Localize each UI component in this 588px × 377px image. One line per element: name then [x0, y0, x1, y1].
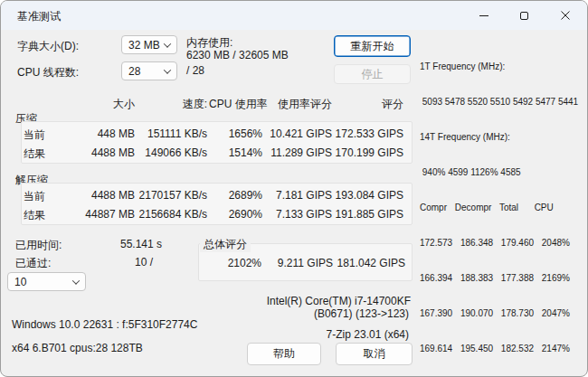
cpu-threads-value: 28 — [128, 65, 140, 78]
header-rating: 评分 — [334, 97, 403, 112]
total-cpu-usage: 2102% — [207, 257, 261, 269]
compression-current-speed: 151111 KB/s — [137, 127, 207, 140]
dictionary-size-select[interactable]: 32 MB — [121, 35, 177, 54]
chevron-down-icon — [72, 277, 80, 284]
chevron-down-icon — [164, 66, 171, 73]
app-version-text: 7-Zip 23.01 (x64) — [327, 328, 409, 341]
cpu-info-line: 169.614 195.450 182.532 2147% — [420, 343, 584, 354]
cpu-info-panel: 1T Frequency (MHz): 5093 5478 5520 5510 … — [420, 37, 584, 377]
compression-current-size: 448 MB — [55, 127, 135, 140]
minimize-icon — [479, 15, 488, 16]
titlebar: 基准测试 — [1, 1, 587, 30]
decompression-current-label: 当前 — [24, 189, 45, 204]
close-button[interactable] — [545, 2, 585, 29]
decompression-current-cpu: 2689% — [209, 189, 262, 202]
decompression-current-rating-usage: 7.181 GIPS — [264, 189, 332, 202]
elapsed-time-value: 55.141 s — [90, 238, 162, 250]
decompression-current-size: 4488 MB — [55, 189, 135, 202]
compression-result-speed: 149066 KB/s — [137, 146, 207, 159]
close-icon — [561, 11, 570, 20]
stop-button[interactable]: 停止 — [334, 64, 411, 84]
cpu-revision-text: (B0671) (123->123) — [314, 307, 409, 320]
cpu-threads-total: / 28 — [186, 64, 204, 77]
benchmark-dialog: 基准测试 字典大小(D): 32 MB 内存使用: 6230 MB / 3260… — [0, 0, 588, 377]
cpu-threads-label: CPU 线程数: — [17, 65, 79, 80]
cpu-info-line: 1T Frequency (MHz): — [420, 61, 584, 72]
compression-result-rating-usage: 11.289 GIPS — [264, 146, 332, 159]
cpu-info-line: 166.394 188.383 177.388 2169% — [420, 272, 584, 284]
compression-result-cpu: 1514% — [209, 146, 262, 159]
os-version-text: Windows 10.0 22631 : f:5F310F2774C — [12, 318, 197, 331]
total-rating-value: 181.042 GIPS — [333, 257, 405, 269]
passes-count-select[interactable]: 10 — [7, 272, 86, 291]
help-button[interactable]: 帮助 — [247, 343, 321, 365]
total-rating-usage: 9.211 GIPS — [261, 257, 333, 269]
decompression-result-label: 结果 — [24, 208, 45, 223]
decompression-result-cpu: 2690% — [209, 208, 262, 221]
total-rating-label: 总体评分 — [200, 237, 251, 252]
decompression-result-speed: 2156684 KB/s — [137, 208, 207, 221]
restart-button[interactable]: 重新开始 — [334, 35, 411, 57]
compression-current-rating: 172.533 GIPS — [334, 127, 403, 140]
decompression-result-rating: 191.885 GIPS — [334, 208, 403, 221]
cpu-info-line: 167.390 190.070 178.730 2047% — [420, 307, 584, 319]
cancel-button[interactable]: 取消 — [336, 343, 413, 365]
decompression-current-rating: 193.084 GIPS — [334, 189, 403, 202]
elapsed-time-label: 已用时间: — [15, 238, 62, 253]
arch-info-text: x64 6.B701 cpus:28 128TB — [12, 342, 143, 354]
header-cpu-usage: CPU 使用率 — [209, 97, 262, 112]
compression-current-cpu: 1656% — [209, 127, 262, 140]
dictionary-size-value: 32 MB — [128, 39, 160, 52]
header-rating-usage: 使用率评分 — [264, 97, 332, 112]
maximize-button[interactable] — [504, 2, 545, 29]
maximize-icon — [520, 12, 528, 20]
compression-result-label: 结果 — [24, 146, 45, 162]
cpu-threads-select[interactable]: 28 — [121, 61, 177, 80]
memory-usage-value: 6230 MB / 32605 MB — [186, 49, 289, 61]
chevron-down-icon — [164, 40, 171, 47]
header-speed: 速度: — [137, 97, 207, 112]
decompression-current-speed: 2170157 KB/s — [137, 189, 207, 202]
passes-count-value: 10 — [14, 276, 26, 288]
passes-value: 10 / — [81, 256, 153, 269]
header-size: 大小 — [55, 97, 135, 112]
compression-current-rating-usage: 10.421 GIPS — [264, 127, 332, 140]
compression-current-label: 当前 — [24, 127, 45, 143]
dictionary-size-label: 字典大小(D): — [17, 39, 79, 54]
decompression-result-rating-usage: 7.133 GIPS — [264, 208, 332, 221]
cpu-info-line: 5093 5478 5520 5510 5492 5477 5441 — [420, 96, 584, 108]
cpu-info-line: 14T Frequency (MHz): — [420, 131, 584, 143]
decompression-result-size: 44887 MB — [55, 208, 135, 221]
passes-label: 已通过: — [15, 256, 51, 271]
cpu-info-line: 172.573 186.348 179.460 2048% — [420, 237, 584, 249]
minimize-button[interactable] — [463, 2, 504, 29]
cpu-info-line: Compr Decompr Total CPU — [420, 202, 584, 213]
window-title: 基准测试 — [17, 9, 61, 24]
cpu-info-line: 940% 4599 1126% 4585 — [420, 166, 584, 178]
compression-result-rating: 170.199 GIPS — [334, 146, 403, 159]
compression-result-size: 4488 MB — [55, 146, 135, 159]
window-controls — [463, 2, 585, 29]
cpu-name-text: Intel(R) Core(TM) i7-14700KF — [267, 295, 411, 307]
